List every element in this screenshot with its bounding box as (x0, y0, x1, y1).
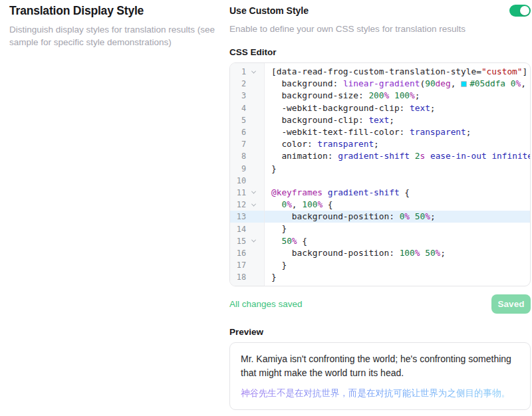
code-line[interactable]: animation: gradient-shift 2s ease-in-out… (265, 150, 530, 162)
line-number: 17 (230, 260, 246, 270)
line-number: 15 (230, 237, 246, 246)
code-line[interactable]: background-clip: text; (265, 114, 530, 126)
css-editor-label: CSS Editor (229, 47, 531, 57)
chevron-down-icon[interactable] (246, 191, 261, 194)
preview-label: Preview (229, 327, 531, 337)
use-custom-style-description: Enable to define your own CSS styles for… (229, 24, 531, 34)
line-number: 6 (230, 128, 246, 137)
css-editor[interactable]: 123456789101112131415161718 [data-read-f… (229, 62, 531, 286)
line-number: 3 (230, 91, 246, 100)
line-number: 11 (230, 188, 246, 197)
preview-box: Mr. Kamiya isn't confronting the world; … (229, 342, 531, 410)
editor-code-area[interactable]: [data-read-frog-custom-translation-style… (265, 63, 530, 286)
line-number: 5 (230, 116, 246, 125)
line-number: 4 (230, 104, 246, 113)
editor-gutter: 123456789101112131415161718 (230, 63, 265, 286)
code-line[interactable]: 50% { (265, 235, 530, 247)
toggle-knob-icon (520, 6, 529, 15)
code-line[interactable]: background-position: 0% 50%; (265, 211, 530, 223)
save-status-text: All changes saved (229, 299, 303, 309)
page-title: Translation Display Style (9, 4, 223, 18)
code-line[interactable]: [data-read-frog-custom-translation-style… (265, 66, 530, 78)
settings-item-info: Translation Display Style Distinguish di… (9, 4, 223, 49)
preview-translation-text: 神谷先生不是在对抗世界，而是在对抗可能让世界为之侧目的事物。 (241, 387, 519, 400)
chevron-down-icon[interactable] (246, 203, 261, 207)
code-line[interactable]: background-position: 100% 50%; (265, 247, 530, 259)
code-line[interactable]: } (265, 163, 530, 175)
use-custom-style-label: Use Custom Style (229, 5, 309, 16)
code-line[interactable]: background-size: 200% 100%; (265, 90, 530, 102)
code-line[interactable]: @keyframes gradient-shift { (265, 187, 530, 199)
color-swatch-icon[interactable] (461, 81, 467, 87)
saved-button[interactable]: Saved (491, 294, 531, 314)
line-number: 1 (230, 67, 246, 76)
code-line[interactable]: -webkit-text-fill-color: transparent; (265, 126, 530, 138)
code-line[interactable]: } (265, 259, 530, 271)
code-line[interactable]: -webkit-background-clip: text; (265, 102, 530, 114)
page-description: Distinguish display styles for translati… (9, 24, 223, 49)
line-number: 18 (230, 272, 246, 282)
line-number: 8 (230, 152, 246, 161)
code-line[interactable]: background: linear-gradient(90deg, #05dd… (265, 78, 530, 90)
code-line[interactable]: 0%, 100% { (265, 199, 530, 211)
code-line[interactable]: } (265, 271, 530, 283)
chevron-down-icon[interactable] (246, 239, 261, 243)
line-number: 7 (230, 140, 246, 149)
code-line[interactable] (265, 175, 530, 187)
line-number: 10 (230, 176, 246, 185)
line-number: 9 (230, 164, 246, 173)
code-line[interactable]: } (265, 223, 530, 235)
chevron-down-icon[interactable] (246, 70, 261, 74)
use-custom-style-toggle[interactable] (509, 5, 531, 17)
line-number: 16 (230, 249, 246, 258)
settings-item-content: Use Custom Style Enable to define your o… (229, 0, 531, 410)
use-custom-style-row: Use Custom Style (229, 4, 531, 17)
line-number: 13 (230, 212, 246, 221)
line-number: 14 (230, 225, 246, 234)
preview-original-text: Mr. Kamiya isn't confronting the world; … (241, 352, 519, 380)
line-number: 2 (230, 79, 246, 88)
save-status-row: All changes saved Saved (229, 294, 531, 314)
line-number: 12 (230, 200, 246, 209)
code-line[interactable]: color: transparent; (265, 138, 530, 150)
